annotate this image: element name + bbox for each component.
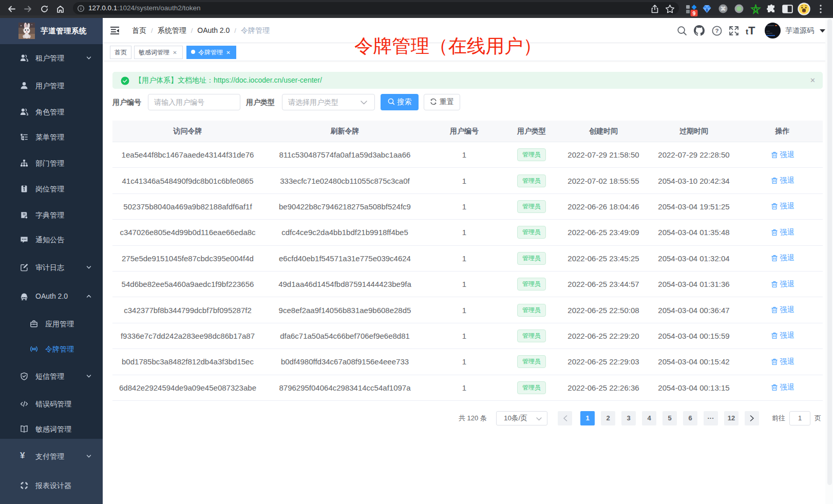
svg-text:?: ? — [715, 28, 718, 34]
svg-text:9: 9 — [693, 10, 696, 16]
svg-text:⌘: ⌘ — [721, 6, 726, 12]
